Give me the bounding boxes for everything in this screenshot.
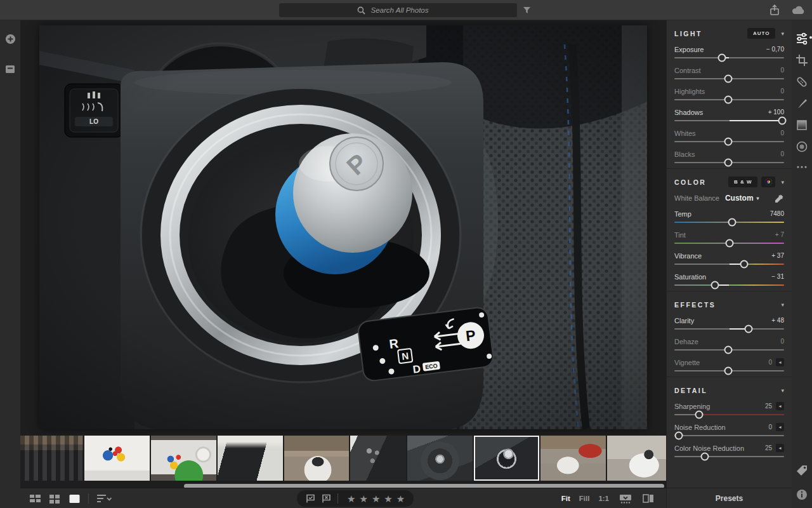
crop-tool-button[interactable] [793, 50, 811, 71]
auto-button[interactable]: AUTO [747, 28, 776, 39]
slider-handle[interactable] [724, 75, 732, 83]
slider-handle[interactable] [701, 453, 709, 461]
slider-handle[interactable] [724, 159, 732, 167]
filmstrip-toggle-icon[interactable] [619, 493, 632, 504]
linear-gradient-tool-button[interactable] [793, 114, 811, 136]
section-header-detail[interactable]: DETAIL▾ [674, 382, 784, 398]
keywords-button[interactable] [793, 460, 811, 481]
zoom-mode-fill[interactable]: Fill [579, 495, 590, 502]
chevron-down-icon[interactable]: ▾ [781, 30, 784, 37]
flag-pick-icon[interactable] [306, 494, 315, 503]
more-tools-button[interactable] [793, 157, 811, 177]
filmstrip-thumbnail-door[interactable] [350, 436, 406, 481]
slider-track[interactable] [674, 239, 784, 248]
slider-track[interactable] [674, 96, 784, 104]
slider-track[interactable] [674, 218, 784, 227]
filmstrip-thumbnail-shifter[interactable] [474, 436, 539, 481]
expand-slider-button[interactable]: ◂ [776, 444, 784, 452]
my-photos-button[interactable] [1, 58, 19, 80]
search-input[interactable] [370, 6, 440, 15]
filmstrip-thumbnail-square-bus[interactable] [540, 436, 606, 481]
slider-handle[interactable] [710, 281, 719, 290]
expand-slider-button[interactable]: ◂ [776, 402, 784, 410]
brush-tool-button[interactable] [793, 93, 811, 114]
slider-handle[interactable] [726, 239, 734, 248]
chevron-down-icon[interactable]: ▾ [781, 179, 784, 185]
slider-label: Noise Reduction [674, 424, 726, 431]
star-rating-3[interactable]: ★ [372, 494, 380, 504]
radial-gradient-tool-button[interactable] [793, 136, 811, 157]
slider-track[interactable] [674, 367, 784, 375]
slider-track[interactable] [674, 260, 784, 269]
grid-view-icon[interactable] [29, 493, 41, 504]
slider-track[interactable] [674, 75, 784, 83]
filmstrip-thumbnail-trunk[interactable] [218, 436, 283, 481]
slider-track[interactable] [674, 325, 784, 333]
slider-track[interactable] [674, 138, 784, 146]
star-rating-1[interactable]: ★ [347, 494, 355, 504]
slider-track[interactable] [674, 54, 784, 62]
detail-view-icon[interactable] [69, 493, 81, 504]
filmstrip-thumbnail-vozilla[interactable] [151, 436, 216, 481]
slider-track[interactable] [674, 117, 784, 125]
slider-handle[interactable] [724, 138, 732, 146]
white-balance-row: White BalanceCustom▾ [674, 190, 784, 206]
color-mix-button[interactable] [761, 177, 775, 187]
filmstrip-thumbnail-rear-city[interactable] [284, 436, 349, 481]
sort-icon[interactable] [96, 493, 112, 504]
edit-tool-button[interactable] [793, 28, 811, 50]
slider-handle[interactable] [674, 432, 683, 440]
before-after-icon[interactable] [642, 493, 655, 504]
slider-track[interactable] [674, 432, 784, 440]
slider-value: 7480 [770, 210, 784, 217]
right-rail [792, 20, 812, 508]
search-box[interactable] [279, 3, 517, 17]
slider-handle[interactable] [778, 117, 787, 125]
slider-track[interactable] [674, 346, 784, 354]
filmstrip-thumbnail-crowd[interactable] [20, 436, 83, 481]
star-rating-2[interactable]: ★ [359, 494, 367, 504]
slider-handle[interactable] [718, 54, 726, 62]
slider-dehaze: Dehaze0 [674, 337, 784, 354]
zoom-mode-1-1[interactable]: 1:1 [598, 495, 609, 502]
photo-viewer[interactable]: LO [39, 25, 647, 429]
star-rating-5[interactable]: ★ [396, 494, 405, 504]
slider-handle[interactable] [695, 411, 704, 419]
star-rating-4[interactable]: ★ [384, 494, 392, 504]
filmstrip-thumbnail-wheel[interactable] [407, 436, 473, 481]
expand-slider-button[interactable]: ◂ [776, 358, 784, 366]
expand-slider-button[interactable]: ◂ [776, 423, 784, 431]
slider-handle[interactable] [724, 367, 732, 375]
slider-handle[interactable] [740, 260, 749, 269]
slider-handle[interactable] [724, 346, 732, 354]
filmstrip-thumbnail-front-wrap[interactable] [607, 436, 666, 481]
slider-track[interactable] [674, 411, 784, 419]
eyedropper-icon[interactable] [775, 194, 784, 203]
presets-button[interactable]: Presets [666, 488, 792, 508]
slider-track[interactable] [674, 453, 784, 461]
slider-track[interactable] [674, 281, 784, 290]
chevron-down-icon[interactable]: ▾ [781, 387, 784, 394]
section-header-effects[interactable]: EFFECTS▾ [674, 297, 784, 312]
filmstrip-thumbnail-logo[interactable] [84, 436, 150, 481]
section-header-light[interactable]: LIGHTAUTO▾ [674, 25, 784, 41]
square-grid-view-icon[interactable] [49, 493, 61, 504]
slider-handle[interactable] [744, 325, 752, 333]
white-balance-select[interactable]: Custom▾ [725, 194, 759, 203]
share-icon[interactable] [769, 4, 780, 17]
bw-button[interactable]: B & W [728, 177, 758, 187]
slider-value: 25 [765, 403, 772, 410]
chevron-down-icon[interactable]: ▾ [781, 302, 784, 308]
slider-label: Exposure [674, 46, 704, 53]
zoom-mode-fit[interactable]: Fit [561, 495, 570, 502]
section-header-color[interactable]: COLORB & W▾ [674, 174, 784, 190]
cloud-sync-icon[interactable] [790, 4, 806, 16]
slider-handle[interactable] [728, 218, 737, 227]
slider-handle[interactable] [724, 96, 732, 104]
slider-track[interactable] [674, 159, 784, 167]
flag-reject-icon[interactable] [322, 494, 331, 503]
add-photos-button[interactable] [1, 28, 19, 50]
healing-tool-button[interactable] [793, 71, 811, 93]
info-button[interactable] [793, 484, 811, 505]
filter-icon[interactable] [522, 5, 532, 17]
